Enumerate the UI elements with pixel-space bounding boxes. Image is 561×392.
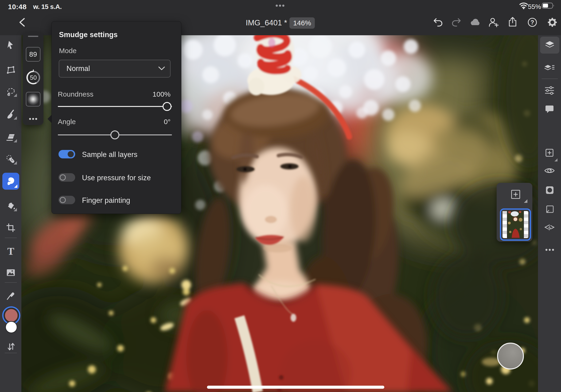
- svg-text:50: 50: [30, 74, 37, 81]
- svg-text:T: T: [7, 246, 14, 256]
- svg-text:?: ?: [530, 19, 534, 26]
